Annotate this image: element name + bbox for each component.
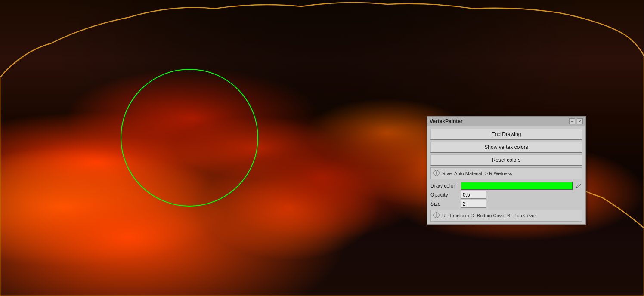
- opacity-label: Opacity: [430, 192, 461, 198]
- size-value-container: [461, 200, 582, 208]
- minimize-button[interactable]: –: [569, 118, 575, 124]
- auto-material-text: River Auto Material -> R Wetness: [442, 171, 512, 176]
- size-label: Size: [430, 201, 461, 207]
- panel-controls: – ×: [569, 118, 583, 124]
- draw-color-row: Draw color 🖊: [430, 182, 582, 190]
- panel-title: VertexPainter: [430, 118, 463, 124]
- close-button[interactable]: ×: [577, 118, 583, 124]
- opacity-input[interactable]: [461, 191, 486, 199]
- size-row: Size: [430, 200, 582, 208]
- eyedropper-icon[interactable]: 🖊: [574, 182, 582, 190]
- panel-titlebar: VertexPainter – ×: [427, 117, 585, 126]
- opacity-row: Opacity: [430, 191, 582, 199]
- auto-material-info: ⓘ River Auto Material -> R Wetness: [430, 167, 582, 179]
- info-icon-bottom: ⓘ: [433, 212, 440, 219]
- end-drawing-button[interactable]: End Drawing: [430, 129, 582, 140]
- opacity-value-container: [461, 191, 582, 199]
- info-icon-top: ⓘ: [433, 170, 440, 177]
- panel-body: End Drawing Show vertex colors Reset col…: [427, 126, 585, 224]
- draw-color-value: 🖊: [461, 182, 582, 190]
- color-bar[interactable]: [461, 182, 573, 190]
- viewport: VertexPainter – × End Drawing Show verte…: [0, 0, 644, 296]
- reset-colors-button[interactable]: Reset colors: [430, 154, 582, 166]
- size-input[interactable]: [461, 200, 486, 208]
- emission-text: R - Emission G- Bottom Cover B - Top Cov…: [442, 213, 536, 218]
- vertex-painter-panel: VertexPainter – × End Drawing Show verte…: [427, 116, 586, 225]
- emission-info: ⓘ R - Emission G- Bottom Cover B - Top C…: [430, 210, 582, 222]
- show-vertex-colors-button[interactable]: Show vertex colors: [430, 142, 582, 153]
- draw-color-label: Draw color: [430, 183, 461, 189]
